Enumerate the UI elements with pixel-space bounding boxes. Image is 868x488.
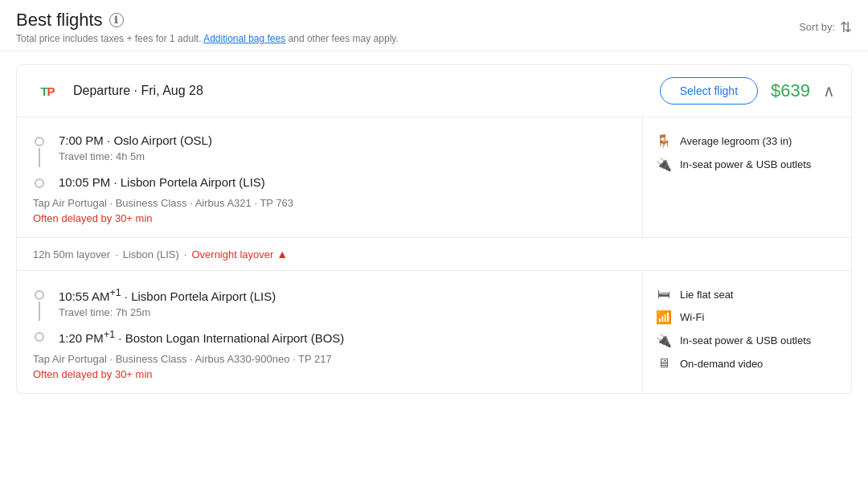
wifi-label: Wi-Fi [680,311,704,323]
info-icon[interactable]: ℹ [109,13,124,27]
flat-seat-label: Lie flat seat [680,289,734,301]
video-label: On-demand video [680,358,763,370]
overnight-label: Overnight layover [191,248,273,260]
logo-p: P [47,84,55,98]
amenity-power-1: 🔌 In-seat power & USB outlets [656,157,838,172]
depart-row-1: 7:00 PM · Oslo Airport (OSL) Travel time… [33,133,626,169]
dot-arrive-1 [35,178,44,188]
amenity-legroom: 🪑 Average legroom (33 in) [656,133,838,149]
card-header: TP Departure · Fri, Aug 28 Select flight… [17,65,851,117]
overnight-warning: Overnight layover ▲ [191,248,288,260]
arrive-row-2: 1:20 PM+1 · Boston Logan International A… [33,329,626,345]
subtitle-pre: Total price includes taxes + fees for 1 … [16,33,201,44]
depart-time-1: 7:00 PM · Oslo Airport (OSL) [59,133,212,147]
airline-logo: TP [33,76,62,105]
flat-seat-icon: 🛏 [656,287,672,301]
depart-info-2: 10:55 AM+1 · Lisbon Portela Airport (LIS… [59,287,276,322]
depart-sup-2: +1 [109,287,121,298]
sort-icon[interactable]: ⇅ [840,18,852,36]
amenity-power-2: 🔌 In-seat power & USB outlets [656,333,838,348]
depart-info-1: 7:00 PM · Oslo Airport (OSL) Travel time… [59,133,212,169]
dot-depart-1 [35,137,44,146]
flight-date: Fri, Aug 28 [141,84,203,97]
collapse-chevron-icon[interactable]: ∧ [823,81,835,100]
flight-price: $639 [771,80,810,101]
arrive-time-2: 1:20 PM+1 · Boston Logan International A… [59,329,344,345]
timeline-top-2 [33,287,46,322]
flight-card: TP Departure · Fri, Aug 28 Select flight… [16,64,852,394]
dot-depart-2 [35,290,44,300]
top-left: Best flights ℹ Total price includes taxe… [16,10,399,44]
amenity-video: 🖥 On-demand video [656,356,838,371]
arrive-time-1: 10:05 PM · Lisbon Portela Airport (LIS) [59,175,265,189]
arrive-info-1: 10:05 PM · Lisbon Portela Airport (LIS) [59,175,265,189]
line-2 [39,301,40,321]
amenity-wifi: 📶 Wi-Fi [656,310,838,325]
warn-icon: ▲ [276,248,288,260]
segment1-content: 7:00 PM · Oslo Airport (OSL) Travel time… [17,117,642,237]
travel-time-2: Travel time: 7h 25m [59,306,276,318]
select-flight-button[interactable]: Select flight [660,77,758,105]
line-1 [39,148,40,167]
segment2-content: 10:55 AM+1 · Lisbon Portela Airport (LIS… [17,271,642,393]
video-icon: 🖥 [656,356,672,371]
legroom-label: Average legroom (33 in) [680,135,792,147]
layover-row: 12h 50m layover · Lisbon (LIS) · Overnig… [17,237,851,271]
power-label-1: In-seat power & USB outlets [680,158,811,170]
segment1-group: 7:00 PM · Oslo Airport (OSL) Travel time… [17,117,851,237]
header-route: Departure · Fri, Aug 28 [73,84,203,98]
legroom-icon: 🪑 [656,133,672,149]
timeline-bot-2 [33,329,46,345]
layover-location: Lisbon (LIS) [123,248,179,260]
layover-duration: 12h 50m layover [33,248,110,260]
power-label-2: In-seat power & USB outlets [680,334,811,347]
timeline-top-1 [33,133,46,169]
bag-fees-link[interactable]: Additional bag fees [203,33,285,44]
subtitle: Total price includes taxes + fees for 1 … [16,33,399,44]
flight-details-2: Tap Air Portugal · Business Class · Airb… [33,353,626,365]
arrive-sup-2: +1 [104,329,115,340]
amenities-2: 🛏 Lie flat seat 📶 Wi-Fi 🔌 In-seat power … [642,271,851,393]
sort-row: Sort by: ⇅ [799,18,852,36]
segment2-left: 10:55 AM+1 · Lisbon Portela Airport (LIS… [17,271,642,393]
timeline-bot-1 [33,175,46,189]
logo-t: T [40,84,47,98]
travel-time-1: Travel time: 4h 5m [59,150,212,162]
delay-warning-2: Often delayed by 30+ min [33,368,626,380]
arrive-info-2: 1:20 PM+1 · Boston Logan International A… [59,329,344,345]
header-left: TP Departure · Fri, Aug 28 [33,76,203,105]
subtitle-post: and other fees may apply. [289,33,399,44]
segment1-left: 7:00 PM · Oslo Airport (OSL) Travel time… [17,117,642,237]
top-bar: Best flights ℹ Total price includes taxe… [0,0,868,51]
power-icon-1: 🔌 [656,157,672,172]
delay-warning-1: Often delayed by 30+ min [33,212,626,224]
depart-row-2: 10:55 AM+1 · Lisbon Portela Airport (LIS… [33,287,626,322]
wifi-icon: 📶 [656,310,672,325]
amenities-1: 🪑 Average legroom (33 in) 🔌 In-seat powe… [642,117,851,237]
flight-details-1: Tap Air Portugal · Business Class · Airb… [33,197,626,209]
depart-time-2: 10:55 AM+1 · Lisbon Portela Airport (LIS… [59,287,276,303]
segment2-group: 10:55 AM+1 · Lisbon Portela Airport (LIS… [17,271,851,393]
dot-arrive-2 [35,332,44,342]
sort-label: Sort by: [799,21,835,33]
departure-label: Departure [73,84,130,97]
header-sep: · [134,84,137,97]
page-title: Best flights [16,10,103,31]
amenity-flat-seat: 🛏 Lie flat seat [656,287,838,301]
title-row: Best flights ℹ [16,10,399,31]
header-right: Select flight $639 ∧ [660,77,835,105]
arrive-row-1: 10:05 PM · Lisbon Portela Airport (LIS) [33,175,626,189]
power-icon-2: 🔌 [656,333,672,348]
